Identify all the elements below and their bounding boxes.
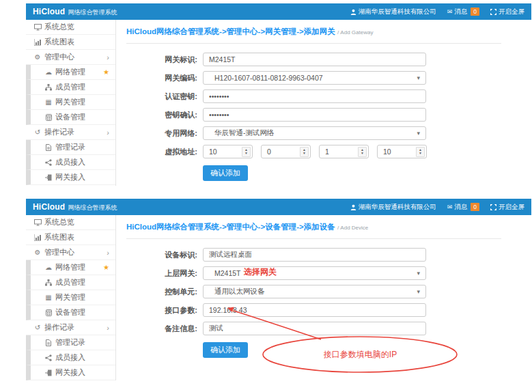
company-menu[interactable]: 湖南华辰智通科技有限公司 — [350, 8, 436, 16]
interface-param-input[interactable] — [203, 303, 426, 317]
gears-icon: ⚙ — [33, 249, 42, 256]
control-unit-label: 控制单元: — [116, 287, 203, 297]
confirm-add-button[interactable]: 确认添加 — [203, 342, 248, 358]
form-row: 密钥确认: — [116, 108, 531, 122]
sidebar-item-member-access[interactable]: 成员接入 — [26, 350, 115, 365]
sidebar-item-label: 网络管理 — [55, 262, 85, 272]
spinner-icon[interactable]: ▲▼ — [242, 147, 251, 157]
screenshot-add-device: HiCloud 网络综合管理系统 湖南华辰智通科技有限公司 ✉ 消息 0 开启全… — [26, 199, 531, 380]
fullscreen-button[interactable]: 开启全屏 — [490, 203, 524, 212]
sidebar-item-system-charts[interactable]: 系统图表 — [26, 230, 115, 245]
form-row: 接口参数: — [116, 303, 531, 317]
sidebar-item-system-charts[interactable]: 系统图表 — [26, 35, 115, 50]
page: HiCloud 网络综合管理系统 湖南华辰智通科技有限公司 ✉ 消息 0 开启全… — [0, 0, 532, 392]
topbar-right: 湖南华辰智通科技有限公司 ✉ 消息 0 开启全屏 — [350, 203, 524, 212]
private-network-select[interactable]: 华辰智通-测试网络 ▾ — [203, 126, 426, 140]
caret-down-icon: ▾ — [417, 74, 420, 81]
breadcrumb: HiCloud网络综合管理系统->管理中心->网关管理->添加网关 / Add … — [126, 20, 501, 44]
device-icon — [44, 114, 53, 121]
sidebar-item-management-center[interactable]: ⚙ 管理中心 › — [26, 245, 115, 260]
company-name: 湖南华辰智通科技有限公司 — [359, 203, 436, 212]
breadcrumb-path: HiCloud网络综合管理系统->管理中心->设备管理->添加设备 — [126, 223, 335, 231]
sidebar-item-gateway-access[interactable]: 网关接入 — [26, 365, 115, 380]
bar-chart-icon — [33, 39, 42, 46]
brand-name: HiCloud — [33, 202, 65, 212]
brand-name: HiCloud — [33, 7, 65, 16]
form-row: 设备标识: — [116, 248, 531, 262]
sidebar-item-operation-records[interactable]: ↺ 操作记录 › — [26, 320, 115, 335]
gateway-code-select[interactable]: H120-1607-0811-0812-9963-0407 ▾ — [203, 71, 426, 85]
sidebar-item-label: 操作记录 — [44, 322, 74, 333]
control-unit-select[interactable]: 通用以太网设备 ▾ — [203, 285, 426, 298]
messages-badge: 0 — [471, 8, 479, 16]
envelope-icon: ✉ — [447, 204, 453, 210]
fullscreen-button[interactable]: 开启全屏 — [490, 8, 524, 16]
form-row: 认证密钥: — [116, 89, 531, 103]
sidebar-item-device-management[interactable]: 设备管理 — [26, 110, 115, 125]
sidebar-item-member-management[interactable]: 成员管理 — [26, 275, 115, 290]
sidebar-item-member-management[interactable]: 成员管理 — [26, 80, 115, 95]
caret-down-icon: ▾ — [417, 270, 420, 277]
cloud-icon: ☁ — [44, 69, 53, 76]
ip-note-annotation: 接口参数填电脑的IP — [263, 349, 458, 361]
expand-icon — [490, 204, 496, 210]
sidebar-item-gateway-management[interactable]: ▦ 网关管理 — [26, 290, 115, 305]
confirm-add-button[interactable]: 确认添加 — [203, 165, 248, 181]
sidebar-item-label: 网关接入 — [55, 172, 85, 182]
brand-suffix: 网络综合管理系统 — [68, 204, 117, 212]
spinner-icon[interactable]: ▲▼ — [416, 147, 425, 157]
spinner-icon[interactable]: ▲▼ — [300, 147, 309, 157]
virtual-address-octet-3[interactable]: 1▲▼ — [319, 145, 369, 158]
messages-menu[interactable]: ✉ 消息 0 — [447, 203, 479, 212]
company-menu[interactable]: 湖南华辰智通科技有限公司 — [350, 203, 436, 212]
messages-menu[interactable]: ✉ 消息 0 — [447, 8, 479, 16]
user-icon — [350, 204, 356, 210]
gateway-id-input[interactable] — [203, 53, 426, 66]
sidebar-item-label: 管理记录 — [55, 142, 85, 152]
form-row: 专用网络: 华辰智通-测试网络 ▾ — [116, 126, 531, 140]
sidebar-item-gateway-management[interactable]: ▦ 网关管理 — [26, 95, 115, 110]
parent-gateway-select[interactable]: M2415T ▾ — [203, 266, 426, 280]
device-id-input[interactable] — [203, 248, 426, 262]
share-icon — [44, 354, 53, 361]
virtual-address-octet-2[interactable]: 0▲▼ — [261, 145, 311, 158]
auth-key-label: 认证密钥: — [116, 92, 203, 102]
selected-value: 华辰智通-测试网络 — [209, 128, 275, 138]
auth-key-input[interactable] — [203, 89, 426, 103]
virtual-address-octet-1[interactable]: 10▲▼ — [203, 145, 253, 158]
interface-param-label: 接口参数: — [116, 305, 203, 316]
virtual-address-octet-4[interactable]: 10▲▼ — [377, 145, 427, 158]
sidebar-item-system-overview[interactable]: 系统总览 — [26, 215, 115, 230]
topbar-right: 湖南华辰智通科技有限公司 ✉ 消息 0 开启全屏 — [350, 8, 524, 16]
selected-value: 通用以太网设备 — [209, 287, 265, 296]
fullscreen-label: 开启全屏 — [499, 203, 524, 212]
expand-icon — [490, 9, 496, 15]
brand: HiCloud 网络综合管理系统 — [33, 7, 117, 17]
caret-down-icon: ▾ — [417, 288, 420, 295]
virtual-address-group: 10▲▼ 0▲▼ 1▲▼ 10▲▼ — [203, 145, 427, 158]
key-confirm-label: 密钥确认: — [116, 110, 203, 120]
screenshot-add-gateway: HiCloud 网络综合管理系统 湖南华辰智通科技有限公司 ✉ 消息 0 开启全… — [26, 3, 531, 186]
sidebar-item-network-management[interactable]: ☁ 网络管理 ★ — [26, 260, 115, 275]
sidebar-item-network-management[interactable]: ☁ 网络管理 ★ — [26, 65, 115, 80]
key-confirm-input[interactable] — [203, 108, 426, 122]
sidebar-item-gateway-access[interactable]: 网关接入 — [26, 170, 115, 185]
sidebar-item-management-records[interactable]: 管理记录 — [26, 140, 115, 155]
main-content: HiCloud网络综合管理系统->管理中心->网关管理->添加网关 / Add … — [116, 20, 531, 186]
spin-value: 1 — [325, 148, 329, 156]
sidebar-item-management-records[interactable]: 管理记录 — [26, 335, 115, 350]
sidebar-item-management-center[interactable]: ⚙ 管理中心 › — [26, 50, 115, 65]
sidebar-item-system-overview[interactable]: 系统总览 — [26, 20, 115, 35]
remark-input[interactable] — [203, 322, 426, 335]
grid-icon: ▦ — [44, 99, 53, 106]
file-icon — [44, 339, 53, 346]
sidebar-item-operation-records[interactable]: ↺ 操作记录 › — [26, 125, 115, 140]
sidebar-item-label: 设备管理 — [55, 307, 85, 318]
spinner-icon[interactable]: ▲▼ — [358, 147, 367, 157]
sidebar-item-device-management[interactable]: 设备管理 — [26, 305, 115, 320]
sign-in-icon — [44, 174, 53, 181]
virtual-address-label: 虚拟地址: — [116, 147, 203, 157]
sidebar-item-member-access[interactable]: 成员接入 — [26, 155, 115, 170]
device-id-label: 设备标识: — [116, 250, 203, 260]
device-icon — [44, 309, 53, 316]
